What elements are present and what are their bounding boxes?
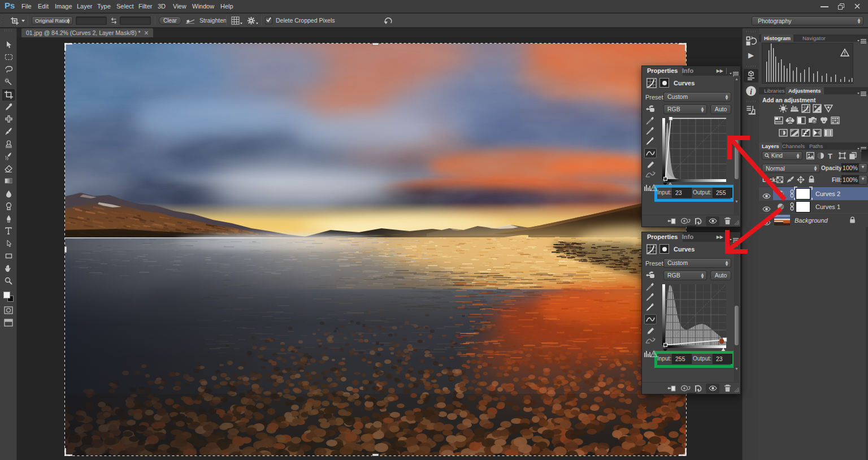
svg-text:i: i xyxy=(750,87,752,96)
